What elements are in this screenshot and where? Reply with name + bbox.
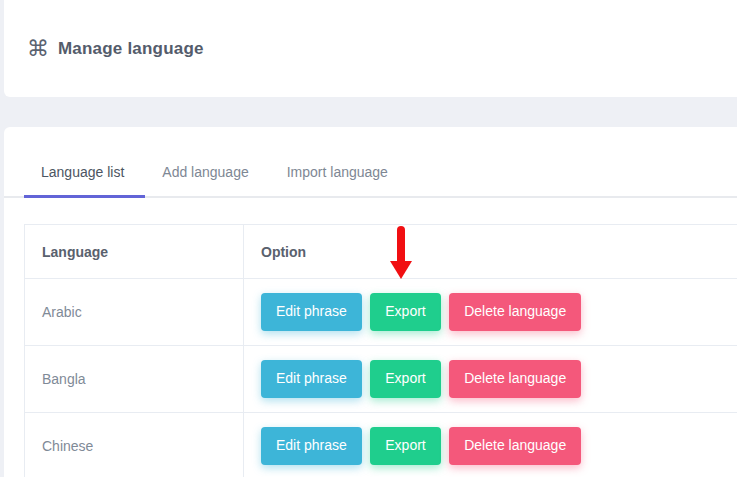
language-table: Language Option Arabic Edit phrase Expor… — [24, 224, 737, 477]
tab-bar: Language list Add language Import langua… — [4, 150, 737, 198]
content-card: Language list Add language Import langua… — [4, 127, 737, 477]
export-button[interactable]: Export — [370, 360, 440, 398]
language-cell: Arabic — [25, 279, 244, 346]
options-cell: Edit phrase Export Delete language — [244, 413, 737, 477]
tab-import-language[interactable]: Import language — [270, 150, 409, 198]
delete-language-button[interactable]: Delete language — [449, 360, 581, 398]
options-cell: Edit phrase Export Delete language — [244, 279, 737, 346]
edit-phrase-button[interactable]: Edit phrase — [261, 293, 362, 331]
edit-phrase-button[interactable]: Edit phrase — [261, 427, 362, 465]
tab-language-list[interactable]: Language list — [24, 150, 145, 198]
page-header-card: ⌘ Manage language — [4, 0, 737, 97]
export-button[interactable]: Export — [370, 427, 440, 465]
table-row-bangla: Bangla Edit phrase Export Delete languag… — [25, 346, 737, 413]
language-cell: Bangla — [25, 346, 244, 413]
table-row-chinese: Chinese Edit phrase Export Delete langua… — [25, 413, 737, 477]
edit-phrase-button[interactable]: Edit phrase — [261, 360, 362, 398]
table-row-arabic: Arabic Edit phrase Export Delete languag… — [25, 279, 737, 346]
command-icon: ⌘ — [27, 38, 49, 60]
page-title: Manage language — [58, 39, 204, 59]
options-cell: Edit phrase Export Delete language — [244, 346, 737, 413]
delete-language-button[interactable]: Delete language — [449, 427, 581, 465]
table-header-row: Language Option — [25, 225, 737, 279]
column-header-language: Language — [25, 225, 244, 279]
column-header-option: Option — [244, 225, 737, 279]
delete-language-button[interactable]: Delete language — [449, 293, 581, 331]
language-cell: Chinese — [25, 413, 244, 477]
tab-add-language[interactable]: Add language — [145, 150, 269, 198]
export-button[interactable]: Export — [370, 293, 440, 331]
